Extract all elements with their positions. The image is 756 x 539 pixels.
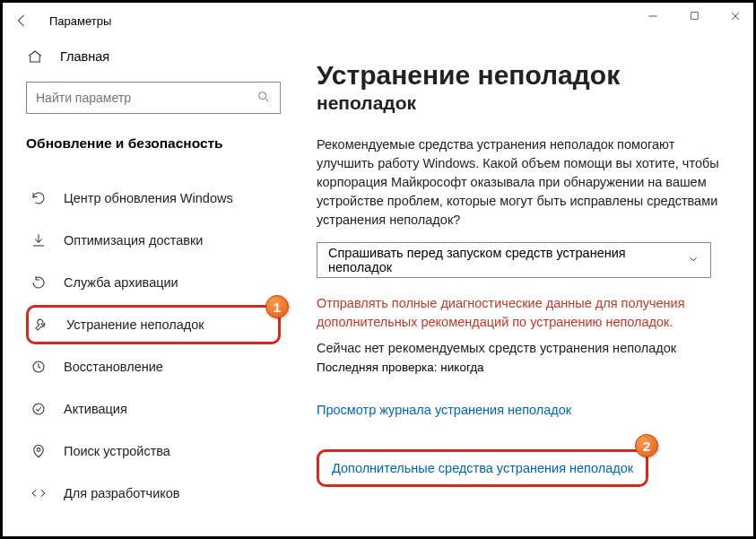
maximize-button[interactable]	[683, 10, 705, 25]
sidebar-item-label: Восстановление	[64, 360, 163, 374]
close-button[interactable]	[725, 10, 746, 25]
sidebar-item-find-device[interactable]: Поиск устройства	[26, 431, 281, 471]
svg-point-3	[33, 404, 44, 414]
diagnostic-warning: Отправлять полные диагностические данные…	[317, 294, 726, 332]
refresh-icon	[30, 189, 48, 207]
svg-point-1	[259, 91, 266, 99]
sidebar-item-troubleshoot[interactable]: Устранение неполадок 1	[26, 305, 281, 344]
sidebar-item-recovery[interactable]: Восстановление	[26, 347, 281, 387]
page-heading: Устранение неполадок	[317, 60, 726, 91]
home-icon	[26, 48, 44, 65]
clock-icon	[30, 358, 48, 376]
code-icon	[30, 484, 48, 502]
last-check-text: Последняя проверка: никогда	[317, 361, 726, 374]
page-subheading: неполадок	[317, 92, 726, 114]
sidebar-item-label: Для разработчиков	[64, 486, 180, 500]
intro-text: Рекомендуемые средства устранения непола…	[317, 135, 726, 230]
chevron-down-icon	[687, 253, 700, 268]
back-button[interactable]	[12, 10, 33, 31]
home-label: Главная	[60, 49, 109, 64]
svg-point-4	[37, 448, 40, 452]
callout-1: 1	[265, 295, 289, 318]
sidebar-item-developers[interactable]: Для разработчиков	[26, 474, 281, 513]
download-icon	[30, 231, 48, 249]
section-heading: Обновление и безопасность	[26, 135, 281, 152]
window-title: Параметры	[49, 14, 111, 28]
sidebar-item-backup[interactable]: Служба архивации	[26, 263, 281, 302]
no-troubleshooters-text: Сейчас нет рекомендуемых средств устране…	[317, 341, 726, 355]
home-nav[interactable]: Главная	[26, 39, 281, 74]
sidebar-item-delivery-optimization[interactable]: Оптимизация доставки	[26, 221, 281, 260]
sidebar-item-label: Поиск устройства	[64, 444, 170, 458]
additional-troubleshooters-highlight: Дополнительные средства устранения непол…	[317, 449, 648, 487]
location-icon	[30, 442, 48, 460]
additional-troubleshooters-link[interactable]: Дополнительные средства устранения непол…	[332, 461, 633, 475]
troubleshoot-mode-dropdown[interactable]: Спрашивать перед запуском средств устран…	[317, 242, 711, 278]
sidebar-item-label: Служба архивации	[64, 275, 178, 290]
sidebar-item-windows-update[interactable]: Центр обновления Windows	[26, 178, 281, 218]
sidebar-item-activation[interactable]: Активация	[26, 389, 281, 429]
minimize-button[interactable]	[642, 10, 664, 25]
dropdown-value: Спрашивать перед запуском средств устран…	[328, 246, 687, 274]
check-icon	[30, 400, 48, 418]
sidebar-item-label: Устранение неполадок	[66, 317, 204, 332]
callout-2: 2	[635, 434, 658, 457]
wrench-icon	[32, 316, 50, 334]
view-history-link[interactable]: Просмотр журнала устранения неполадок	[317, 403, 726, 417]
svg-rect-0	[691, 13, 698, 20]
search-icon	[256, 90, 271, 107]
sidebar-item-label: Активация	[64, 402, 127, 416]
sidebar-item-label: Оптимизация доставки	[64, 233, 203, 248]
sidebar-item-label: Центр обновления Windows	[64, 191, 233, 205]
search-placeholder: Найти параметр	[36, 91, 131, 105]
backup-icon	[30, 274, 48, 291]
search-input[interactable]: Найти параметр	[26, 82, 281, 114]
